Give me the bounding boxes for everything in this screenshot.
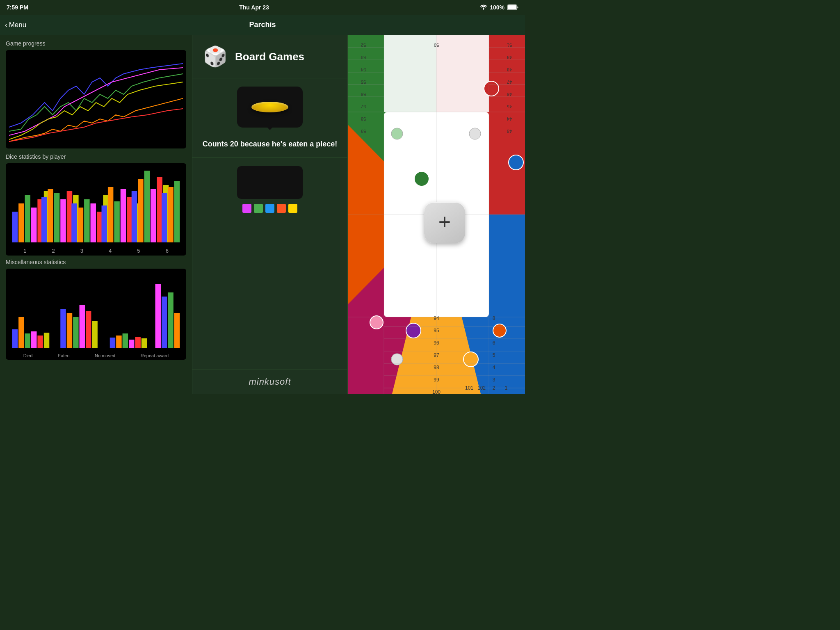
- bar-label-3: 3: [80, 248, 83, 254]
- svg-text:55: 55: [361, 80, 366, 84]
- status-bar: 7:59 PM Thu Apr 23 100%: [0, 0, 525, 15]
- back-chevron: ‹: [5, 21, 7, 29]
- svg-point-0: [483, 9, 484, 10]
- back-button[interactable]: ‹ Menu: [5, 21, 26, 29]
- misc-label-eaten: Eaten: [58, 353, 70, 358]
- svg-rect-25: [114, 201, 119, 242]
- back-label: Menu: [9, 21, 27, 29]
- game-progress-title: Game progress: [6, 40, 186, 47]
- svg-rect-33: [157, 177, 162, 242]
- misc-stats-title: Miscellaneous statistics: [6, 259, 186, 265]
- plus-symbol: +: [438, 211, 451, 233]
- color-dot-pink: [242, 204, 251, 213]
- bar-label-2: 2: [52, 248, 55, 254]
- misc-bar-chart: [9, 272, 183, 350]
- svg-rect-46: [67, 313, 72, 348]
- svg-rect-56: [142, 338, 147, 348]
- left-panel: Game progress Dice statistics by player: [0, 35, 192, 394]
- svg-text:4: 4: [493, 365, 495, 370]
- svg-rect-48: [80, 305, 85, 348]
- tooltip-text: Counts 20 because he's eaten a piece!: [203, 139, 337, 149]
- svg-rect-26: [121, 189, 126, 242]
- svg-rect-47: [73, 317, 78, 348]
- svg-rect-21: [97, 212, 102, 242]
- tooltip-section: Counts 20 because he's eaten a piece!: [192, 78, 347, 158]
- status-date: Thu Apr 23: [239, 4, 269, 11]
- board-games-icon: 🎲: [202, 43, 228, 70]
- svg-rect-6: [18, 203, 24, 242]
- svg-rect-42: [31, 331, 37, 348]
- svg-rect-53: [123, 333, 128, 348]
- svg-point-104: [484, 81, 499, 96]
- svg-rect-50: [92, 321, 97, 348]
- misc-labels: Died Eaten No moved Repeat award: [9, 353, 183, 358]
- svg-rect-24: [108, 187, 113, 242]
- status-right: 100%: [480, 4, 518, 11]
- svg-text:52: 52: [361, 43, 366, 48]
- color-dot-green: [254, 204, 263, 213]
- board-games-emoji: 🎲: [203, 45, 228, 68]
- svg-text:46: 46: [507, 92, 512, 97]
- svg-rect-20: [91, 203, 96, 242]
- status-time: 7:59 PM: [7, 4, 28, 11]
- bar-label-6: 6: [166, 248, 169, 254]
- svg-rect-31: [144, 171, 150, 242]
- svg-rect-52: [116, 336, 121, 348]
- svg-rect-5: [12, 212, 18, 242]
- svg-rect-18: [78, 208, 83, 242]
- board-games-section: 🎲 Board Games: [192, 35, 347, 78]
- svg-rect-45: [60, 309, 66, 348]
- dice-stats-title: Dice statistics by player: [6, 153, 186, 160]
- svg-rect-14: [60, 199, 66, 242]
- svg-rect-41: [25, 333, 30, 348]
- svg-rect-36: [168, 187, 173, 242]
- bar-label-1: 1: [23, 248, 26, 254]
- color-dot-yellow: [288, 204, 297, 213]
- svg-rect-32: [151, 189, 156, 242]
- plus-button[interactable]: +: [424, 202, 465, 243]
- svg-rect-40: [18, 317, 24, 348]
- svg-point-111: [493, 324, 506, 337]
- bar-labels: 1 2 3 4 5 6: [9, 248, 183, 254]
- svg-rect-12: [48, 189, 53, 242]
- right-panel: 52 53 54 55 56 57 58 59 51 49 48 47 46 4…: [348, 35, 525, 394]
- svg-rect-17: [71, 203, 77, 242]
- svg-text:54: 54: [361, 67, 366, 72]
- svg-text:43: 43: [507, 129, 512, 134]
- small-chart-box: [237, 166, 303, 199]
- svg-rect-59: [168, 292, 173, 348]
- svg-rect-8: [31, 208, 37, 242]
- middle-panel: 🎲 Board Games Counts 20 because he's eat…: [192, 35, 348, 394]
- svg-text:49: 49: [507, 55, 512, 60]
- svg-point-107: [391, 128, 403, 139]
- svg-text:6: 6: [493, 340, 495, 346]
- color-dots: [242, 204, 297, 213]
- svg-rect-58: [162, 297, 167, 348]
- color-dot-blue: [265, 204, 274, 213]
- svg-text:57: 57: [361, 104, 366, 109]
- svg-rect-51: [110, 338, 115, 348]
- svg-rect-29: [132, 191, 137, 242]
- svg-text:44: 44: [507, 116, 512, 121]
- svg-rect-39: [12, 329, 18, 348]
- svg-point-110: [406, 323, 421, 338]
- svg-text:45: 45: [507, 104, 512, 109]
- svg-rect-30: [138, 179, 143, 242]
- nav-bar: ‹ Menu Parchis: [0, 15, 525, 35]
- svg-rect-15: [67, 191, 72, 242]
- color-dot-orange: [277, 204, 286, 213]
- svg-text:51: 51: [507, 43, 512, 48]
- battery-percent: 100%: [490, 4, 504, 11]
- nav-title: Parchis: [249, 21, 276, 29]
- parchis-board: 52 53 54 55 56 57 58 59 51 49 48 47 46 4…: [348, 35, 525, 394]
- line-chart-container: [6, 50, 186, 148]
- svg-rect-55: [135, 337, 140, 348]
- misc-label-repeat: Repeat award: [141, 353, 169, 358]
- svg-point-106: [414, 171, 429, 186]
- tooltip-bubble: [237, 87, 303, 128]
- svg-rect-2: [508, 5, 517, 10]
- bar-label-4: 4: [109, 248, 112, 254]
- svg-rect-43: [37, 336, 43, 348]
- minkusoft-section: minkusoft: [192, 370, 347, 394]
- wifi-icon: [480, 5, 487, 10]
